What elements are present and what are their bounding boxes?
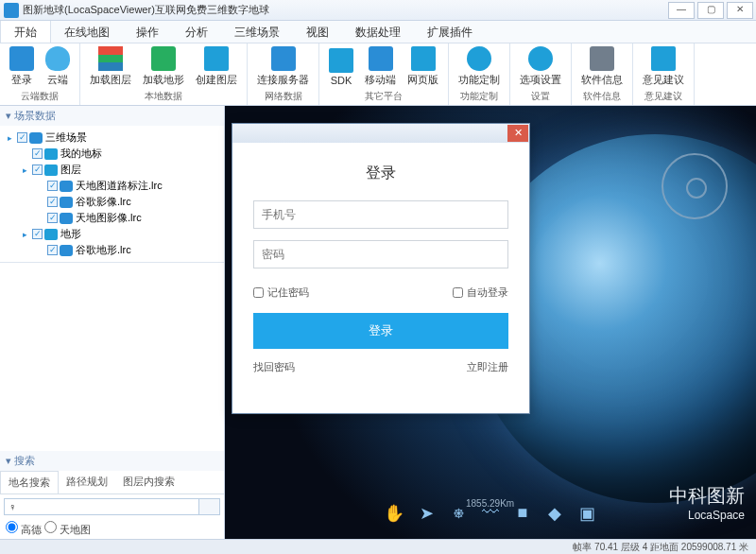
node-icon (60, 197, 73, 208)
path-tool-icon[interactable]: 〰 (480, 503, 501, 524)
云端-icon (45, 46, 70, 71)
加载图层-icon (98, 46, 123, 71)
layer-checkbox[interactable]: ✓ (32, 229, 43, 239)
provider-radio[interactable]: 高德 (6, 524, 44, 535)
search-tabs: 地名搜索路径规划图层内搜索 (0, 471, 224, 494)
bottom-toolbar: ✋ ➤ ⎈ 〰 ■ ◆ ▣ (384, 503, 597, 524)
area-tool-icon[interactable]: ■ (512, 503, 533, 524)
menu-item[interactable]: 数据处理 (342, 21, 414, 43)
expand-icon[interactable]: ▸ (8, 133, 17, 143)
search-provider-radio: 高德 天地图 (0, 519, 224, 539)
search-go-button[interactable] (199, 498, 220, 515)
node-label: 我的地标 (60, 147, 102, 161)
SDK-icon (329, 48, 353, 73)
ribbon-button[interactable]: 软件信息 (576, 44, 628, 89)
layer-checkbox[interactable]: ✓ (32, 164, 43, 175)
search-header[interactable]: ▾ 搜索 (0, 451, 224, 471)
node-label: 天地图道路标注.lrc (76, 179, 163, 193)
登录-icon (9, 46, 34, 71)
menu-item[interactable]: 在线地图 (51, 21, 123, 43)
status-bar: 帧率 70.41 层级 4 距地面 20599008.71 米 (0, 539, 756, 554)
minimize-button[interactable]: — (668, 2, 695, 19)
menu-item[interactable]: 开始 (0, 21, 51, 43)
layer-checkbox[interactable]: ✓ (47, 181, 58, 191)
close-button[interactable]: ✕ (727, 2, 753, 19)
node-label: 谷歌影像.lrc (76, 195, 131, 209)
ribbon-button[interactable]: 云端 (40, 44, 76, 89)
ribbon-button[interactable]: 加载地形 (137, 44, 190, 89)
phone-field[interactable] (253, 200, 508, 229)
layer-checkbox[interactable]: ✓ (47, 245, 58, 255)
ribbon-button[interactable]: 登录 (4, 44, 40, 89)
tree-node[interactable]: ▸✓三维场景 (2, 130, 222, 146)
remember-checkbox[interactable]: 记住密码 (253, 286, 309, 300)
pointer-tool-icon[interactable]: ➤ (416, 503, 437, 524)
node-icon (60, 245, 73, 256)
node-icon (44, 148, 58, 160)
menu-item[interactable]: 三维场景 (221, 21, 293, 43)
node-label: 地形 (60, 227, 81, 241)
ribbon-group-label: 软件信息 (572, 90, 632, 105)
maximize-button[interactable]: ▢ (697, 2, 724, 19)
加载地形-icon (151, 46, 176, 71)
expand-icon[interactable]: ▸ (23, 165, 32, 175)
tree-node[interactable]: ✓我的地标 (2, 146, 222, 162)
window-title: 图新地球(LocaSpaceViewer)互联网免费三维数字地球 (23, 3, 668, 17)
search-tab[interactable]: 路径规划 (59, 471, 115, 493)
tree-node[interactable]: ▸✓地形 (2, 226, 222, 242)
tree-node[interactable]: ✓天地图影像.lrc (2, 210, 222, 226)
scene-tree: ▸✓三维场景✓我的地标▸✓图层✓天地图道路标注.lrc✓谷歌影像.lrc✓天地图… (0, 126, 224, 262)
layer-checkbox[interactable]: ✓ (32, 148, 43, 159)
ribbon-button[interactable]: 加载图层 (84, 44, 137, 89)
dialog-titlebar[interactable]: ✕ (232, 124, 529, 143)
ribbon-button[interactable]: 意见建议 (637, 44, 690, 89)
ribbon-group-label: 设置 (510, 90, 571, 105)
menu-item[interactable]: 分析 (172, 21, 221, 43)
login-button[interactable]: 登录 (253, 313, 508, 349)
scene-data-header[interactable]: ▾ 场景数据 (0, 106, 224, 126)
pin-tool-icon[interactable]: ◆ (544, 503, 565, 524)
ribbon: 登录云端云端数据加载图层加载地形创建图层本地数据连接服务器网络数据SDK移动端网… (0, 43, 756, 106)
expand-icon[interactable]: ▸ (23, 230, 32, 239)
tree-node[interactable]: ✓谷歌地形.lrc (2, 242, 222, 258)
pan-tool-icon[interactable]: ✋ (384, 503, 404, 524)
tree-node[interactable]: ▸✓图层 (2, 162, 222, 178)
node-label: 天地图影像.lrc (76, 211, 142, 225)
menu-item[interactable]: 操作 (123, 21, 172, 43)
layer-checkbox[interactable]: ✓ (47, 197, 58, 207)
forgot-password-link[interactable]: 找回密码 (253, 360, 295, 374)
autologin-checkbox[interactable]: 自动登录 (453, 286, 508, 300)
compass-widget[interactable] (662, 153, 728, 219)
layer-checkbox[interactable]: ✓ (17, 132, 27, 143)
menu-item[interactable]: 视图 (293, 21, 342, 43)
search-tab[interactable]: 地名搜索 (0, 471, 59, 493)
创建图层-icon (204, 46, 229, 71)
ribbon-button[interactable]: 创建图层 (190, 44, 243, 89)
password-field[interactable] (253, 240, 508, 268)
dialog-close-icon[interactable]: ✕ (507, 125, 528, 142)
search-input[interactable] (4, 498, 199, 515)
node-label: 图层 (60, 163, 81, 177)
search-tab[interactable]: 图层内搜索 (115, 471, 182, 493)
menu-item[interactable]: 扩展插件 (414, 21, 486, 43)
ribbon-button[interactable]: 移动端 (359, 44, 402, 89)
ribbon-button[interactable]: 功能定制 (453, 44, 506, 89)
node-icon (29, 132, 43, 144)
camera-tool-icon[interactable]: ▣ (576, 503, 597, 524)
软件信息-icon (590, 46, 614, 71)
tree-node[interactable]: ✓天地图道路标注.lrc (2, 178, 222, 194)
ribbon-button[interactable]: 连接服务器 (251, 44, 315, 89)
ribbon-button[interactable]: SDK (323, 46, 359, 88)
brand-label: 中科图新 LocaSpace (669, 483, 745, 522)
ribbon-group-label: 本地数据 (80, 90, 247, 105)
provider-radio[interactable]: 天地图 (44, 524, 91, 535)
ribbon-button[interactable]: 选项设置 (514, 44, 567, 89)
marker-tool-icon[interactable]: ⎈ (448, 503, 469, 524)
register-link[interactable]: 立即注册 (467, 360, 508, 374)
连接服务器-icon (271, 46, 296, 71)
layer-checkbox[interactable]: ✓ (47, 213, 58, 223)
ribbon-button[interactable]: 网页版 (402, 44, 444, 89)
tree-node[interactable]: ✓谷歌影像.lrc (2, 194, 222, 210)
node-icon (60, 181, 73, 192)
menu-bar: 开始在线地图操作分析三维场景视图数据处理扩展插件 (0, 21, 756, 43)
